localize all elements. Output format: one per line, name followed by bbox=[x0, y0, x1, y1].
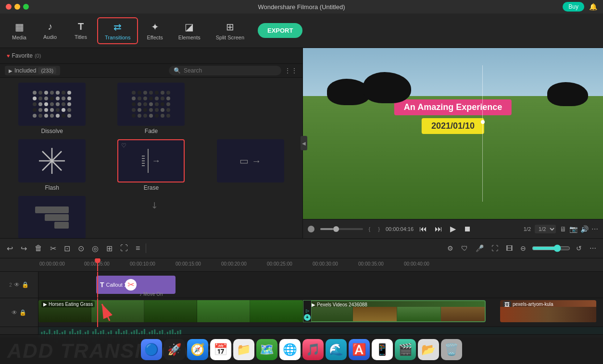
transition-flash[interactable]: Flash bbox=[3, 137, 101, 193]
video-clip-artyom[interactable]: 🖼 pexels-artyom-kula bbox=[500, 300, 596, 322]
playhead[interactable] bbox=[97, 258, 98, 271]
mic-button[interactable]: 🎤 bbox=[474, 243, 486, 254]
minus-button[interactable]: ⊖ bbox=[518, 243, 528, 254]
panel-collapse-button[interactable]: ◀ bbox=[301, 136, 307, 150]
toolbar-item-titles[interactable]: T Titles bbox=[66, 18, 95, 43]
film-button[interactable]: 🎞 bbox=[504, 243, 515, 254]
favorite-tab[interactable]: ♥ Favorite (0) bbox=[4, 51, 44, 61]
progress-bar[interactable] bbox=[320, 228, 363, 230]
fade-label: Fade bbox=[145, 128, 158, 134]
prev-frame-button[interactable]: ⏮ bbox=[417, 224, 429, 234]
dock-item-finder[interactable]: 🔵 bbox=[141, 339, 162, 360]
crop-button[interactable]: ⊡ bbox=[62, 242, 72, 255]
redo-button[interactable]: ↪ bbox=[19, 242, 29, 255]
callout-type-icon: T bbox=[100, 281, 104, 289]
launchpad-icon: 🚀 bbox=[167, 343, 182, 356]
transition-dissolve[interactable]: Dissolve bbox=[3, 81, 101, 136]
color-button[interactable]: ◎ bbox=[90, 242, 100, 255]
preview-wrapper: An Amazing Experience 2021/01/10 { } 00:… bbox=[303, 48, 603, 238]
video-clip-pexels[interactable]: ▶ Pexels Videos 2436088 bbox=[308, 300, 486, 322]
track-content-callout: T Callout 1 ✂ ♪ Move On bbox=[38, 272, 603, 298]
audio-eq-button[interactable]: ≡ bbox=[134, 242, 142, 255]
eye-icon-video[interactable]: 👁 bbox=[12, 309, 17, 316]
ruler-4: 00:00:20:00 bbox=[221, 261, 247, 267]
track-callout: 2 👁 🔒 T Callout 1 ✂ ♪ Move On bbox=[0, 272, 603, 298]
callout-clip[interactable]: T Callout 1 ✂ bbox=[96, 276, 176, 294]
transition-marker[interactable]: ▷ + bbox=[303, 300, 312, 322]
dock-item-app13[interactable]: 📂 bbox=[418, 339, 439, 360]
lock-icon-callout[interactable]: 🔒 bbox=[22, 281, 29, 288]
dock-item-app11[interactable]: 📱 bbox=[372, 339, 393, 360]
notification-icon[interactable]: 🔔 bbox=[589, 3, 597, 11]
transition-fade[interactable]: Fade bbox=[102, 81, 200, 136]
transition-6[interactable] bbox=[3, 194, 101, 238]
monitor-icon[interactable]: 🖥 bbox=[560, 225, 566, 233]
time-display: 00:00:04:16 bbox=[386, 226, 414, 232]
dock-item-music[interactable]: 🎵 bbox=[302, 339, 324, 360]
progress-handle[interactable] bbox=[333, 226, 339, 232]
toolbar-item-audio[interactable]: ♪ Audio bbox=[36, 18, 64, 43]
dock-item-appstore[interactable]: 🅰️ bbox=[349, 339, 370, 360]
play-button[interactable]: ▶ bbox=[448, 223, 458, 234]
search-input-wrap: 🔍 bbox=[169, 66, 281, 75]
toolbar-item-media[interactable]: ▦ Media bbox=[5, 18, 34, 43]
middle-section: ♥ Favorite (0) ▶ Included (233) 🔍 ⋮⋮ bbox=[0, 48, 603, 238]
fullscreen-button[interactable]: ⛶ bbox=[118, 242, 130, 255]
overlay-date: 2021/01/10 bbox=[422, 118, 484, 134]
toolbar-item-transitions[interactable]: ⇄ Transitions bbox=[97, 17, 138, 44]
export-button[interactable]: EXPORT bbox=[258, 23, 302, 38]
dock-item-files[interactable]: 📁 bbox=[233, 339, 254, 360]
settings-wheel-button[interactable]: ⚙ bbox=[445, 243, 455, 254]
delete-button[interactable]: 🗑 bbox=[33, 242, 44, 255]
toolbar-separator bbox=[146, 243, 146, 253]
split-screen-label: Split Screen bbox=[216, 35, 244, 40]
toolbar-item-elements[interactable]: ◪ Elements bbox=[172, 18, 207, 43]
video-clip-horses[interactable]: ▶ Horses Eating Grass bbox=[38, 300, 303, 322]
camera-icon[interactable]: 📷 bbox=[569, 225, 578, 233]
dock-item-safari[interactable]: 🧭 bbox=[187, 339, 208, 360]
playback-speed-select[interactable]: 1/21/41x bbox=[535, 225, 556, 233]
included-tab[interactable]: ▶ Included (233) bbox=[5, 66, 60, 75]
reset-button[interactable]: ↺ bbox=[574, 243, 584, 254]
more-options-button[interactable]: ⋯ bbox=[588, 243, 598, 254]
minimize-button[interactable] bbox=[14, 4, 20, 10]
lock-icon-video[interactable]: 🔒 bbox=[19, 309, 26, 316]
dock-item-filmora[interactable]: 🎬 bbox=[395, 339, 416, 360]
dock-item-trash[interactable]: 🗑️ bbox=[441, 339, 462, 360]
plus-add-icon[interactable]: + bbox=[304, 314, 311, 321]
transition-5[interactable]: ▭ → bbox=[201, 137, 300, 193]
search-input[interactable] bbox=[184, 67, 276, 74]
maximize-button[interactable] bbox=[23, 4, 29, 10]
dock-item-chrome[interactable]: 🌐 bbox=[279, 339, 301, 360]
toolbar-item-effects[interactable]: ✦ Effects bbox=[140, 18, 169, 43]
step-back-button[interactable]: ⏭ bbox=[433, 224, 444, 234]
dock-item-app9[interactable]: 🌊 bbox=[326, 339, 347, 360]
grid-view-icon[interactable]: ⋮⋮ bbox=[284, 67, 298, 74]
trans6-thumb bbox=[18, 196, 86, 238]
toolbar-item-split-screen[interactable]: ⊞ Split Screen bbox=[209, 18, 251, 43]
volume-icon[interactable]: 🔊 bbox=[580, 225, 589, 233]
thumb-seg-3 bbox=[144, 300, 197, 322]
buy-button[interactable]: Buy bbox=[563, 2, 584, 12]
shield-button[interactable]: 🛡 bbox=[459, 243, 470, 254]
close-button[interactable] bbox=[6, 4, 12, 10]
flag-button[interactable]: ⛶ bbox=[490, 243, 500, 254]
dock-item-maps[interactable]: 🗺️ bbox=[256, 339, 277, 360]
search-bar: ▶ Included (233) 🔍 ⋮⋮ bbox=[0, 64, 302, 78]
zoom-slider[interactable] bbox=[532, 244, 570, 252]
pexels-thumbs bbox=[309, 307, 485, 321]
zoom-fit-button[interactable]: ⊙ bbox=[76, 242, 86, 255]
transform-button[interactable]: ⊞ bbox=[104, 242, 114, 255]
fade-thumb bbox=[117, 83, 185, 126]
dock-item-launchpad[interactable]: 🚀 bbox=[164, 339, 185, 360]
more-icon[interactable]: ⋯ bbox=[591, 225, 598, 233]
dock-item-calendar[interactable]: 📅 bbox=[210, 339, 231, 360]
cut-button[interactable]: ✂ bbox=[48, 242, 58, 255]
eye-icon-callout[interactable]: 👁 bbox=[14, 281, 20, 288]
stop-button[interactable]: ⏹ bbox=[462, 224, 473, 234]
move-on-text: Move On bbox=[143, 291, 163, 297]
undo-button[interactable]: ↩ bbox=[5, 242, 15, 255]
finder-icon: 🔵 bbox=[144, 343, 159, 356]
playback-fraction: 1/2 bbox=[524, 226, 531, 232]
transition-erase[interactable]: ♡ → bbox=[102, 137, 200, 193]
